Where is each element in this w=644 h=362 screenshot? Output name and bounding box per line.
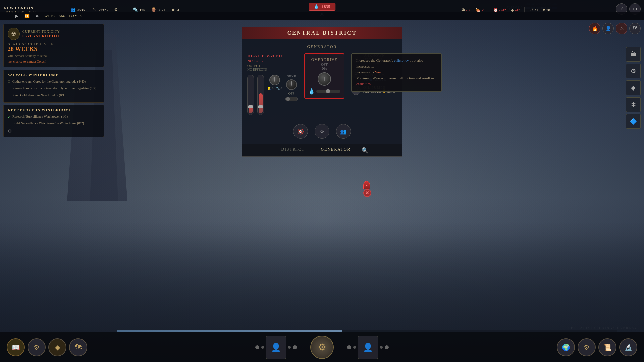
right-btn-2[interactable]: ⚙ (626, 64, 641, 78)
generator-marker: ● ✕ (363, 181, 371, 197)
no-effects-label: NO EFFECTS (247, 68, 298, 71)
district-tab[interactable]: DISTRICT (273, 144, 313, 156)
marker-icon: ● (366, 183, 368, 187)
left-char-group: 👤 (255, 336, 297, 359)
fuel-slider-track[interactable] (247, 75, 254, 115)
nav-dot-r4 (385, 345, 389, 349)
main-knob[interactable] (269, 75, 280, 85)
toxicity-icon: ☢ (8, 28, 20, 40)
heat-icon: 💧 (314, 4, 319, 9)
tooltip-text3: increases its (356, 70, 375, 74)
gear-icon: ⚙ (8, 128, 12, 134)
fast-button[interactable]: ⏩ (23, 13, 31, 19)
tooltip-text4: Maximum Wear will cause malfunction and … (356, 76, 434, 80)
center-emblem[interactable]: ⚙ (310, 336, 334, 359)
gen-small-row: 👷 0 🔧 0 (267, 87, 282, 90)
toxicity-label: CURRENT TOXICITY: (22, 29, 61, 33)
off-knob[interactable] (286, 79, 297, 90)
fire-button[interactable]: 🔥 (589, 23, 600, 34)
bottom-icon-map[interactable]: 🗺 (69, 338, 87, 356)
generator-label: GENERATOR (247, 44, 397, 49)
bottom-right-btn-4[interactable]: 🔬 (619, 338, 637, 356)
peace-item-2: Build 'Surveillance Watchtower' in Winte… (8, 121, 100, 126)
wood-value: 9321 (158, 8, 165, 12)
eng-count-small: 0 (281, 87, 282, 90)
salvage-title: SALVAGE WINTERHOME (8, 73, 100, 77)
gen-action-btn-1[interactable]: 🔇 (293, 124, 308, 139)
play-button[interactable]: ▶ (14, 13, 20, 19)
right-char-group: 👤 (347, 336, 389, 359)
power-slider-handle[interactable] (258, 105, 263, 108)
toggle-thumb (286, 97, 290, 101)
generator-action-buttons: 🔇 ⚙ 👥 (247, 120, 397, 139)
map-button[interactable]: 🗺 (629, 23, 641, 34)
obj-item-1: Gather enough Cores for the Generator up… (8, 79, 100, 84)
overdrive-dial[interactable] (318, 72, 331, 86)
power-slider-fill (259, 93, 263, 113)
gen-small-label: GENE (287, 75, 296, 78)
search-tab[interactable]: 🔍 (359, 144, 371, 156)
peace-item-1: ✓ Research 'Surveillance Watchtower' (1/… (8, 114, 100, 119)
city-name: NEW LONDON (4, 6, 63, 10)
output-label: OUTPUT (247, 64, 298, 68)
bottom-hud: 📖 ⚙ ◆ 🗺 👤 ⚙ 👤 🌍 ⚙ 📜 🔬 (0, 332, 644, 362)
heat-delta: 💧 -1835 (309, 3, 335, 11)
gen-toggle[interactable] (285, 97, 298, 101)
power-slider-container (257, 75, 264, 115)
tooltip-period: . (384, 70, 385, 74)
overdrive-status: OFF (308, 62, 340, 66)
steel-value: 12K (140, 8, 146, 12)
generator-tab[interactable]: GENERATOR (313, 144, 359, 156)
marker-x: ✕ (363, 189, 371, 197)
fuel-slider-handle[interactable] (248, 105, 253, 108)
right-btn-1[interactable]: 🏔 (626, 47, 641, 62)
nav-dot-r1 (347, 345, 351, 349)
no-fuel-label: NO FUEL (247, 59, 298, 63)
pause-button[interactable]: ⏸ (4, 13, 11, 19)
bottom-right-btn-2[interactable]: ⚙ (578, 338, 596, 356)
obj-item-2: Research and construct Generator: Hyperd… (8, 86, 100, 91)
central-district-panel: CENTRAL DISTRICT GENERATOR DEACTIVATED N… (241, 27, 402, 157)
search-icon: 🔍 (362, 147, 368, 154)
left-panel: ☢ CURRENT TOXICITY: CATASTROPHIC NEXT GA… (0, 21, 107, 142)
people-button[interactable]: 👤 (602, 23, 614, 34)
time-controls: ⏸ ▶ ⏩ ⏭ WEEK: 666 DAY: 5 (0, 12, 644, 20)
knob-container: 👷 0 🔧 0 (267, 75, 282, 90)
district-title: CENTRAL DISTRICT (287, 30, 357, 36)
right-btn-3[interactable]: ◆ (626, 80, 641, 95)
right-btn-4[interactable]: ❄ (626, 97, 641, 112)
overdrive-box: OVERDRIVE OFF 0% 💧 (304, 53, 344, 99)
right-btn-5[interactable]: 🔷 (626, 114, 641, 129)
obj-dot-3 (8, 94, 10, 96)
overdrive-dial-indicator (324, 77, 325, 81)
bottom-icon-book[interactable]: 📖 (7, 338, 25, 356)
bottom-right-btn-3[interactable]: 📜 (598, 338, 616, 356)
top-right-round-buttons: 🔥 👤 ⚠ 🗺 (589, 23, 641, 34)
map-area[interactable]: ● ✕ (117, 181, 617, 332)
bottom-icon-diamond[interactable]: ◆ (48, 338, 66, 356)
panel-tabs: DISTRICT GENERATOR 🔍 (241, 144, 402, 157)
workers-value: 22325 (99, 8, 108, 12)
salvage-objectives: SALVAGE WINTERHOME Gather enough Cores f… (3, 70, 104, 103)
overdrive-slider[interactable] (316, 90, 340, 93)
obj-dot-2 (8, 87, 10, 89)
overdrive-slider-thumb (326, 89, 330, 93)
tooltip-wear: Wear (375, 70, 383, 74)
faster-button[interactable]: ⏭ (34, 13, 41, 19)
toxicity-info: CURRENT TOXICITY: CATASTROPHIC (22, 29, 61, 39)
gen-action-btn-2[interactable]: ⚙ (315, 124, 329, 139)
toxicity-header: ☢ CURRENT TOXICITY: CATASTROPHIC (8, 28, 100, 40)
bottom-left-icons: 📖 ⚙ ◆ 🗺 (0, 338, 94, 356)
alert-button[interactable]: ⚠ (616, 23, 627, 34)
heat-value: -1835 (320, 4, 330, 9)
marker-top: ● (363, 181, 370, 189)
tooltip-efficiency: efficiency (394, 58, 409, 62)
char-portrait-2[interactable]: 👤 (358, 336, 378, 359)
gen-action-btn-3[interactable]: 👥 (336, 124, 351, 139)
char-portrait-1[interactable]: 👤 (266, 336, 286, 359)
toxicity-panel: ☢ CURRENT TOXICITY: CATASTROPHIC NEXT GA… (3, 24, 104, 67)
bottom-icon-gear[interactable]: ⚙ (28, 338, 46, 356)
eng-icon-small: 🔧 (276, 87, 280, 90)
bottom-right-btn-1[interactable]: 🌍 (557, 338, 575, 356)
power-slider-track[interactable] (257, 75, 264, 115)
